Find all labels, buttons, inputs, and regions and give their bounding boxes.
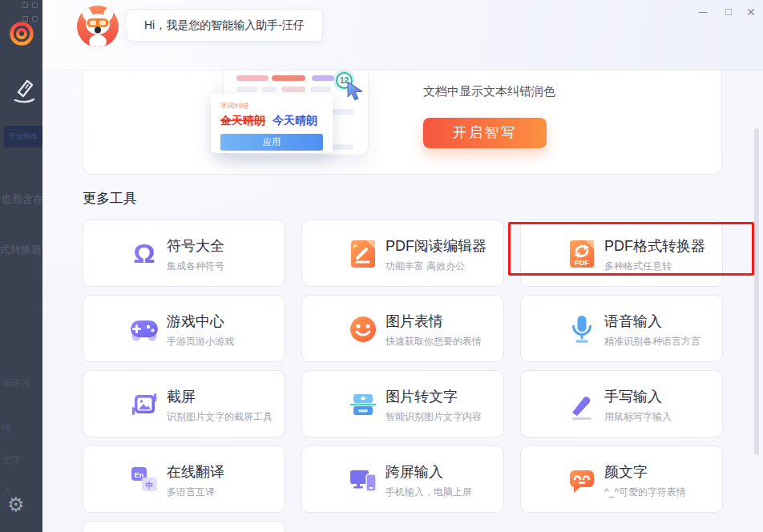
illus-bar [236,87,257,92]
card-title: 颜文字 [604,462,686,482]
tool-card-stickers[interactable]: 图片表情 快速获取你想要的表情 [301,295,504,362]
card-title: 手写输入 [604,387,672,406]
ghost-text: 式转换器” [0,243,42,257]
game-center-icon [128,313,160,345]
svg-text:PDF: PDF [575,259,590,267]
card-subtitle: 精准识别各种语言方言 [604,335,700,349]
card-title: 跨屏输入 [386,462,472,482]
maximize-button[interactable]: □ [718,2,739,22]
assistant-greeting-bubble: Hi，我是您的智能输入助手-汪仔 [126,9,323,42]
svg-text:P: P [353,243,358,250]
card-title: 图片转文字 [386,387,482,406]
ghost-text: 也包含在 [2,192,42,207]
gear-icon[interactable]: ⚙ [7,494,25,516]
handwriting-pen-icon [566,389,598,421]
card-subtitle: 手游页游小游戏 [167,335,234,349]
tool-card-screenshot[interactable]: 截屏 识别图片文字的截屏工具 [83,370,285,437]
card-subtitle: ^_^可爱的字符表情 [604,486,686,499]
card-title: 符号大全 [167,236,224,256]
tool-card-partial[interactable] [83,521,285,532]
app-window: Hi，我是您的智能输入助手-汪仔 ─ □ × 12 [0,0,763,532]
card-title: 在线翻译 [167,462,224,482]
ghost-text: 编辑器 [2,377,30,390]
card-title: 图片表情 [386,312,482,331]
robot-dog-avatar-icon [76,5,119,48]
correction-popup: 字词纠错 金天晴朗 今天晴朗 应用 [211,94,333,153]
illus-bar [281,87,305,92]
screenshot-icon [128,389,160,421]
convert-button-ghost[interactable]: 开始转换 [4,126,42,147]
card-subtitle: 功能丰富 高效办公 [386,260,486,273]
card-subtitle: 快速获取你想要的表情 [386,335,482,349]
enable-smart-write-button[interactable]: 开启智写 [423,118,547,148]
omega-icon: Ω [128,238,160,270]
popup-title: 字词纠错 [220,101,323,111]
tool-card-cross-screen[interactable]: 跨屏输入 手机输入，电脑上屏 [301,445,504,513]
tool-card-pdf-reader[interactable]: P PDF阅读编辑器 功能丰富 高效办公 [301,220,504,287]
greeting-text: Hi，我是您的智能输入助手-汪仔 [144,18,305,33]
card-title: 截屏 [167,387,272,406]
section-title: 更多工具 [83,189,137,208]
card-subtitle: 多语言互译 [167,486,224,499]
smart-write-promo-card: 12 字词纠错 金天晴朗 今天晴朗 应用 文档中显示文本纠错润色 开启智写 [83,71,722,175]
card-subtitle: 集成各种符号 [167,260,224,273]
tool-card-translate[interactable]: En 中 在线翻译 多语言互译 [83,445,285,513]
card-subtitle: 识别图片文字的截屏工具 [167,410,272,424]
microphone-icon [566,313,598,345]
image-to-text-icon [347,389,379,421]
tool-card-game-center[interactable]: 游戏中心 手游页游小游戏 [83,295,285,362]
vertical-scrollbar-thumb[interactable] [754,128,759,455]
pen-tool-icon[interactable] [10,75,37,105]
card-title: PDF阅读编辑器 [386,236,486,256]
header: Hi，我是您的智能输入助手-汪仔 ─ □ × [42,0,763,71]
close-button[interactable]: × [741,2,761,22]
assistant-avatar [76,5,119,48]
pdf-reader-icon: P [347,238,379,270]
minimize-button[interactable]: ─ [692,2,713,22]
tool-card-symbols[interactable]: Ω 符号大全 集成各种符号 [83,220,285,287]
cross-screen-icon [347,464,379,496]
promo-description: 文档中显示文本纠错润色 [423,84,555,99]
bubble-tail [121,20,131,30]
translate-icon: En 中 [128,464,160,496]
wrong-text: 金天晴朗 [220,114,265,127]
card-subtitle: 用鼠标写字输入 [604,410,672,424]
kaomoji-bubble-icon [566,464,598,496]
card-title: 语音输入 [604,312,700,331]
illus-bar [236,75,268,81]
correction-line: 金天晴朗 今天晴朗 [220,114,323,128]
ghost-text: 情 [2,422,11,436]
pdf-converter-icon: PDF [566,238,598,270]
tool-card-kaomoji[interactable]: 颜文字 ^_^可爱的字符表情 [520,445,723,513]
svg-text:En: En [135,471,144,479]
tool-card-image-to-text[interactable]: 图片转文字 智能识别图片文字内容 [301,370,504,437]
illus-bar [312,75,334,81]
card-title: 游戏中心 [167,312,234,331]
tools-grid: Ω 符号大全 集成各种符号 P PDF阅读编辑器 [83,220,723,532]
illus-bar [272,75,305,81]
target-logo-icon[interactable] [7,19,36,48]
ghost-file-icon [32,2,38,8]
svg-text:中: 中 [146,481,154,490]
card-subtitle: 智能识别图片文字内容 [386,410,482,424]
background-window-strip: 开始转换 也包含在 式转换器” 编辑器 情 文字 入 ⚙ [0,0,42,532]
card-subtitle: 多种格式任意转 [604,260,705,273]
illus-bar [262,87,277,92]
card-title: PDF格式转换器 [604,236,705,256]
mouse-cursor-icon [345,81,365,100]
tool-card-handwriting[interactable]: 手写输入 用鼠标写字输入 [520,370,723,437]
tool-card-voice-input[interactable]: 语音输入 精准识别各种语言方言 [520,295,723,362]
ghost-file-icon [22,2,28,8]
corrected-text: 今天晴朗 [272,114,317,127]
main-panel: Hi，我是您的智能输入助手-汪仔 ─ □ × 12 [42,0,763,532]
sticker-smiley-icon [347,313,379,345]
apply-button: 应用 [220,134,323,151]
tool-card-pdf-converter[interactable]: PDF PDF格式转换器 多种格式任意转 [520,220,723,287]
svg-text:Ω: Ω [133,238,155,268]
ghost-text: 文字 [2,453,21,467]
card-subtitle: 手机输入，电脑上屏 [386,486,472,499]
illus-bar [310,87,331,92]
